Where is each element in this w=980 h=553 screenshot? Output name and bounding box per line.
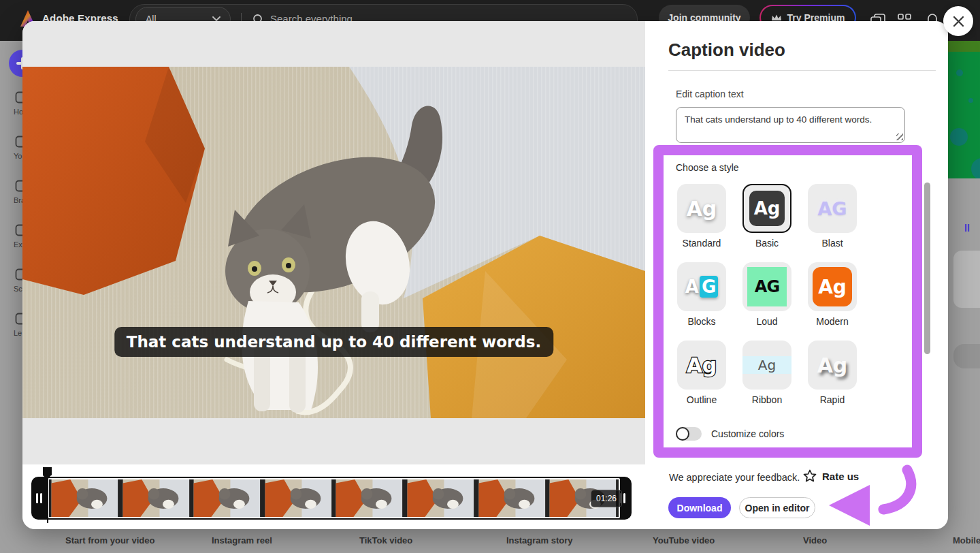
timeline-thumbnail[interactable] — [333, 479, 405, 517]
timeline-thumbnail[interactable] — [49, 479, 120, 517]
style-option-label: Loud — [734, 316, 800, 327]
style-option-rapid[interactable]: Ag — [808, 341, 857, 390]
timeline-thumbnails[interactable] — [48, 478, 620, 518]
style-glyph: Ag — [817, 353, 848, 377]
template-category-label[interactable]: Instagram reel — [212, 535, 272, 546]
style-option-label: Outline — [669, 394, 734, 405]
background-card — [953, 251, 980, 308]
style-option-label: Rapid — [800, 394, 865, 405]
caption-video-modal: That cats understand up to 40 different … — [22, 21, 948, 529]
sidebar-item[interactable]: Bra — [0, 180, 22, 204]
style-glyph: AG — [755, 277, 779, 296]
duration-badge: 01:26 — [591, 490, 622, 507]
caption-text-input[interactable]: That cats understand up to 40 different … — [676, 107, 905, 143]
textarea-resize-handle[interactable] — [896, 133, 903, 140]
your-stuff-icon — [15, 136, 22, 148]
trim-handle-left[interactable] — [36, 493, 38, 503]
annotation-arrow — [817, 455, 919, 529]
style-glyph: Ag — [687, 353, 717, 377]
video-preview[interactable]: That cats understand up to 40 different … — [22, 67, 645, 418]
background-card — [953, 344, 980, 368]
sidebar-item-label: Sch — [14, 285, 22, 293]
edit-caption-label: Edit caption text — [676, 89, 744, 99]
star-icon — [803, 469, 817, 483]
sidebar-item-label: Bra — [14, 196, 22, 204]
style-glyph: Ag — [818, 276, 847, 298]
customize-colors-toggle[interactable] — [676, 427, 702, 441]
customize-colors-label: Customize colors — [711, 428, 784, 439]
style-glyph: AG — [817, 198, 847, 219]
sidebar-item[interactable]: Sch — [0, 268, 22, 293]
timeline-track[interactable] — [31, 477, 632, 520]
background-hero-image — [948, 41, 980, 178]
style-option-blast[interactable]: AG — [808, 184, 857, 233]
style-option-ribbon[interactable]: Ag — [742, 341, 791, 390]
style-option-label: Standard — [669, 238, 734, 249]
template-category-label[interactable]: Video — [803, 535, 827, 546]
sidebar-item-label: Exp — [14, 240, 22, 249]
style-glyph: AG — [685, 276, 718, 297]
sidebar-item[interactable]: Le — [0, 313, 22, 337]
toggle-knob[interactable] — [676, 427, 689, 441]
trim-handle-left[interactable] — [40, 493, 42, 503]
playhead-handle[interactable] — [43, 467, 52, 475]
feedback-text: We appreciate your feedback. — [669, 472, 800, 483]
style-option-loud[interactable]: AG — [742, 262, 791, 311]
panel-divider — [668, 70, 936, 71]
choose-style-label: Choose a style — [676, 162, 739, 173]
home-icon — [15, 91, 22, 104]
style-glyph: Ag — [758, 357, 776, 373]
close-icon — [953, 16, 964, 27]
sidebar-item[interactable]: You — [0, 136, 22, 160]
sidebar-item[interactable]: Exp — [0, 224, 22, 249]
brands-icon — [15, 180, 22, 192]
caption-overlay[interactable]: That cats understand up to 40 different … — [114, 327, 553, 357]
timeline-thumbnail[interactable] — [191, 479, 263, 517]
panel-scrollbar[interactable] — [924, 183, 930, 354]
sidebar-item-label: Ho — [14, 108, 22, 116]
template-category-label[interactable]: Instagram story — [506, 535, 573, 546]
schedule-icon — [15, 268, 22, 281]
template-category-label[interactable]: YouTube video — [653, 535, 715, 546]
template-category-label[interactable]: Start from your video — [65, 535, 154, 546]
style-option-label: Basic — [734, 238, 800, 249]
open-in-editor-button[interactable]: Open in editor — [739, 497, 815, 518]
sidebar-item-label: You — [14, 152, 22, 160]
rate-us-button[interactable]: Rate us — [803, 469, 859, 483]
learn-icon — [15, 313, 22, 325]
sidebar-item-label: Le — [14, 329, 22, 337]
style-option-label: Blocks — [669, 316, 734, 327]
trim-handle-right[interactable] — [623, 493, 625, 503]
timeline-thumbnail[interactable] — [120, 479, 192, 517]
close-modal-button[interactable] — [943, 6, 973, 36]
view-all-link[interactable]: ll — [964, 223, 970, 234]
style-option-label: Ribbon — [734, 394, 800, 405]
template-category-row: Start from your videoInstagram reelTikTo… — [0, 535, 980, 549]
style-option-outline[interactable]: Ag — [677, 341, 726, 390]
download-button[interactable]: Download — [668, 497, 731, 518]
timeline-thumbnail[interactable] — [405, 479, 476, 517]
template-category-label[interactable]: Mobile vid — [953, 535, 980, 546]
timeline-thumbnail[interactable] — [476, 479, 548, 517]
explore-icon — [15, 224, 22, 236]
video-frame-cat-scene — [22, 67, 645, 418]
style-glyph: Ag — [687, 197, 717, 221]
style-option-label: Blast — [800, 238, 865, 249]
app-stage: Adobe Express All Search everything Join… — [0, 0, 980, 553]
style-option-standard[interactable]: Ag — [677, 184, 726, 233]
timeline-thumbnail[interactable] — [263, 479, 334, 517]
style-option-label: Modern — [800, 316, 865, 327]
style-option-basic[interactable]: Ag — [742, 184, 791, 233]
style-option-blocks[interactable]: AG — [677, 262, 726, 311]
panel-title: Caption video — [668, 40, 785, 61]
style-option-modern[interactable]: Ag — [808, 262, 857, 311]
style-glyph: Ag — [754, 198, 781, 219]
template-category-label[interactable]: TikTok video — [359, 535, 412, 546]
sidebar-item[interactable]: Ho — [0, 91, 22, 116]
